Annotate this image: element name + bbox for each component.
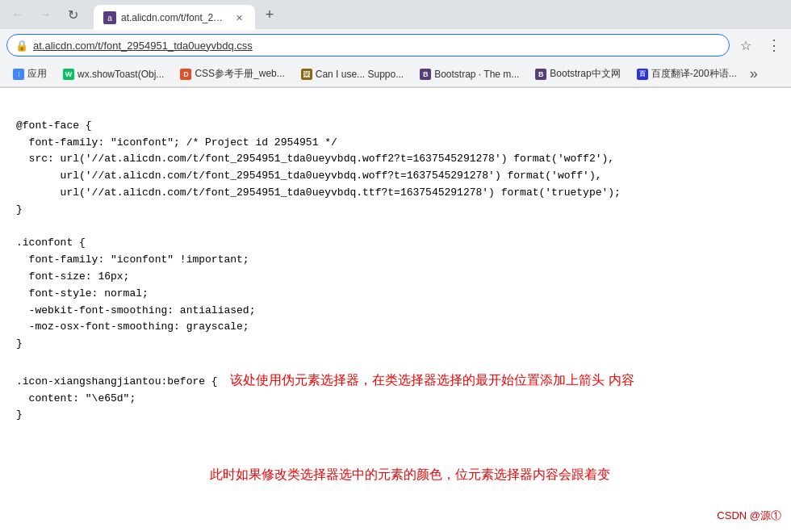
bookmark-wx[interactable]: W wx.showToast(Obj... xyxy=(56,65,170,84)
tab-favicon: a xyxy=(103,11,116,24)
code-line-5: url('//at.alicdn.com/t/font_2954951_tda0… xyxy=(16,186,621,199)
address-input-wrap[interactable]: 🔒 at.alicdn.com/t/font_2954951_tda0ueyvb… xyxy=(6,34,730,57)
address-text: at.alicdn.com/t/font_2954951_tda0ueyvbdq… xyxy=(33,40,721,52)
browser-chrome: ← → ↻ a at.alicdn.com/t/font_295... ✕ + … xyxy=(0,0,791,88)
annotation-inline-1: 该处使用伪元素选择器，在类选择器选择的最开始位置添加上箭头 内容 xyxy=(230,373,634,387)
bookmark-apps-label: 应用 xyxy=(27,67,47,81)
apps-favicon: ⁝ xyxy=(13,69,24,80)
bookmark-bootstrap1[interactable]: B Bootstrap · The m... xyxy=(413,65,525,84)
annotation-text-2: 此时如果修改类选择器选中的元素的颜色，位元素选择器内容会跟着变 xyxy=(210,467,610,481)
caniuse-favicon: 🖼 xyxy=(301,69,312,80)
code-line-12: -webkit-font-smoothing: antialiased; xyxy=(16,304,255,316)
wx-favicon: W xyxy=(63,69,74,80)
more-bookmarks-button[interactable]: » xyxy=(747,65,761,84)
active-tab[interactable]: a at.alicdn.com/t/font_295... ✕ xyxy=(94,5,255,31)
code-line-14: } xyxy=(16,337,23,350)
code-line-16: .icon-xiangshangjiantou:before { 该处使用伪元素… xyxy=(16,375,634,387)
bookmarks-bar: ⁝ 应用 W wx.showToast(Obj... D CSS参考手册_web… xyxy=(0,61,791,87)
new-tab-button[interactable]: + xyxy=(258,3,281,26)
bookmark-bootstrap2[interactable]: B Bootstrap中文网 xyxy=(529,65,626,84)
bookmark-baidu-label: 百度翻译-200种语... xyxy=(651,67,737,81)
bookmark-bootstrap1-label: Bootstrap · The m... xyxy=(434,69,519,80)
bootstrap2-favicon: B xyxy=(535,69,546,80)
code-line-18: } xyxy=(16,408,23,421)
code-line-3: src: url('//at.alicdn.com/t/font_2954951… xyxy=(16,153,614,165)
css-source-code: @font-face { font-family: "iconfont"; /*… xyxy=(16,101,775,458)
css-favicon: D xyxy=(180,69,191,80)
bookmark-css[interactable]: D CSS参考手册_web... xyxy=(174,65,291,84)
code-line-9: font-family: "iconfont" !important; xyxy=(16,253,249,266)
bookmark-bootstrap2-label: Bootstrap中文网 xyxy=(550,67,620,81)
bookmark-apps[interactable]: ⁝ 应用 xyxy=(6,65,53,84)
bookmark-star-button[interactable]: ☆ xyxy=(734,34,757,57)
code-line-8: .iconfont { xyxy=(16,237,86,249)
code-line-4: url('//at.alicdn.com/t/font_2954951_tda0… xyxy=(16,170,602,182)
reload-button[interactable]: ↻ xyxy=(61,3,84,26)
code-line-6: } xyxy=(16,203,23,216)
annotation-block-2: 此时如果修改类选择器选中的元素的颜色，位元素选择器内容会跟着变 xyxy=(210,464,775,485)
bootstrap1-favicon: B xyxy=(420,69,431,80)
tab-bar: ← → ↻ a at.alicdn.com/t/font_295... ✕ + xyxy=(0,0,791,29)
code-line-11: font-style: normal; xyxy=(16,287,149,300)
forward-button[interactable]: → xyxy=(34,3,56,26)
bookmark-css-label: CSS参考手册_web... xyxy=(195,67,284,81)
tab-title: at.alicdn.com/t/font_295... xyxy=(121,12,228,23)
tab-close-button[interactable]: ✕ xyxy=(232,11,245,24)
watermark: CSDN @源① xyxy=(717,508,781,525)
back-button[interactable]: ← xyxy=(6,3,29,26)
url-display: at.alicdn.com/t/font_2954951_tda0ueyvbdq… xyxy=(33,40,253,52)
bookmark-caniuse-label: Can I use... Suppo... xyxy=(316,69,404,80)
code-line-2: font-family: "iconfont"; /* Project id 2… xyxy=(16,136,337,149)
code-line-1: @font-face { xyxy=(16,119,92,132)
menu-button[interactable]: ⋮ xyxy=(762,34,785,57)
code-line-13: -moz-osx-font-smoothing: grayscale; xyxy=(16,320,249,333)
nav-controls: ← → ↻ xyxy=(6,3,84,26)
code-line-10: font-size: 16px; xyxy=(16,270,129,283)
baidu-favicon: 百 xyxy=(637,69,648,80)
code-line-17: content: "\e65d"; xyxy=(16,392,136,404)
page-content: @font-face { font-family: "iconfont"; /*… xyxy=(0,88,791,532)
bookmark-wx-label: wx.showToast(Obj... xyxy=(77,69,164,80)
address-bar: 🔒 at.alicdn.com/t/font_2954951_tda0ueyvb… xyxy=(0,29,791,61)
lock-icon: 🔒 xyxy=(15,40,28,52)
bookmark-caniuse[interactable]: 🖼 Can I use... Suppo... xyxy=(295,65,410,84)
bookmark-baidu[interactable]: 百 百度翻译-200种语... xyxy=(630,65,743,84)
